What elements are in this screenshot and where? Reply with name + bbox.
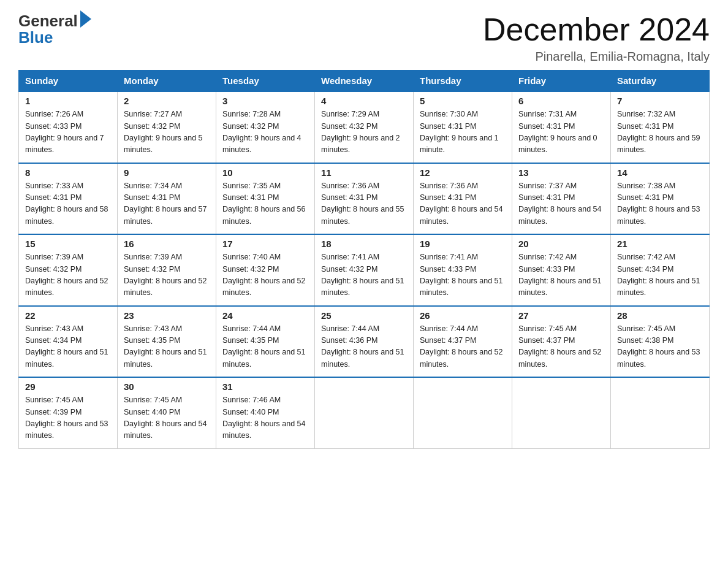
- calendar-day-cell: 2 Sunrise: 7:27 AMSunset: 4:32 PMDayligh…: [118, 91, 216, 163]
- day-number: 16: [124, 239, 210, 249]
- calendar-day-header: Friday: [512, 71, 611, 92]
- day-number: 15: [25, 239, 111, 249]
- calendar-day-cell: 11 Sunrise: 7:36 AMSunset: 4:31 PMDaylig…: [315, 163, 414, 235]
- day-number: 1: [25, 96, 111, 106]
- calendar-day-header: Monday: [118, 71, 216, 92]
- day-info: Sunrise: 7:36 AMSunset: 4:31 PMDaylight:…: [420, 180, 506, 228]
- calendar-day-cell: 28 Sunrise: 7:45 AMSunset: 4:38 PMDaylig…: [611, 306, 710, 378]
- calendar-day-cell: 13 Sunrise: 7:37 AMSunset: 4:31 PMDaylig…: [512, 163, 611, 235]
- calendar-day-cell: 18 Sunrise: 7:41 AMSunset: 4:32 PMDaylig…: [315, 234, 414, 306]
- day-number: 9: [124, 167, 210, 178]
- logo-blue: Blue: [18, 29, 53, 45]
- calendar-day-cell: 9 Sunrise: 7:34 AMSunset: 4:31 PMDayligh…: [118, 163, 216, 235]
- day-number: 18: [321, 239, 407, 249]
- day-number: 30: [124, 381, 210, 392]
- calendar-day-cell: 25 Sunrise: 7:44 AMSunset: 4:36 PMDaylig…: [315, 306, 414, 378]
- day-number: 31: [222, 381, 308, 392]
- day-number: 28: [617, 310, 703, 321]
- day-info: Sunrise: 7:39 AMSunset: 4:32 PMDaylight:…: [124, 251, 210, 299]
- day-number: 14: [617, 167, 703, 178]
- day-info: Sunrise: 7:38 AMSunset: 4:31 PMDaylight:…: [617, 180, 703, 228]
- logo: General Blue: [18, 12, 91, 45]
- calendar-day-cell: 20 Sunrise: 7:42 AMSunset: 4:33 PMDaylig…: [512, 234, 611, 306]
- day-info: Sunrise: 7:34 AMSunset: 4:31 PMDaylight:…: [124, 180, 210, 228]
- month-title: December 2024: [483, 12, 710, 47]
- calendar-day-cell: 27 Sunrise: 7:45 AMSunset: 4:37 PMDaylig…: [512, 306, 611, 378]
- day-number: 6: [518, 96, 604, 106]
- day-number: 7: [617, 96, 703, 106]
- day-info: Sunrise: 7:31 AMSunset: 4:31 PMDaylight:…: [518, 109, 604, 156]
- calendar-day-header: Thursday: [414, 71, 512, 92]
- logo-arrow-icon: [80, 10, 91, 28]
- day-info: Sunrise: 7:26 AMSunset: 4:33 PMDaylight:…: [25, 109, 111, 156]
- day-number: 13: [518, 167, 604, 178]
- calendar-week-row: 29 Sunrise: 7:45 AMSunset: 4:39 PMDaylig…: [19, 377, 710, 448]
- day-number: 23: [124, 310, 210, 321]
- day-info: Sunrise: 7:45 AMSunset: 4:38 PMDaylight:…: [617, 323, 703, 371]
- day-number: 5: [420, 96, 506, 106]
- day-number: 26: [420, 310, 506, 321]
- calendar-week-row: 8 Sunrise: 7:33 AMSunset: 4:31 PMDayligh…: [19, 163, 710, 235]
- title-block: December 2024 Pinarella, Emilia-Romagna,…: [483, 12, 710, 64]
- day-info: Sunrise: 7:42 AMSunset: 4:33 PMDaylight:…: [518, 251, 604, 299]
- day-info: Sunrise: 7:41 AMSunset: 4:32 PMDaylight:…: [321, 251, 407, 299]
- day-info: Sunrise: 7:29 AMSunset: 4:32 PMDaylight:…: [321, 109, 407, 156]
- calendar-week-row: 22 Sunrise: 7:43 AMSunset: 4:34 PMDaylig…: [19, 306, 710, 378]
- calendar-day-cell: 24 Sunrise: 7:44 AMSunset: 4:35 PMDaylig…: [216, 306, 315, 378]
- day-number: 11: [321, 167, 407, 178]
- day-info: Sunrise: 7:37 AMSunset: 4:31 PMDaylight:…: [518, 180, 604, 228]
- calendar-table: SundayMondayTuesdayWednesdayThursdayFrid…: [18, 70, 710, 449]
- day-number: 12: [420, 167, 506, 178]
- day-info: Sunrise: 7:27 AMSunset: 4:32 PMDaylight:…: [124, 109, 210, 156]
- day-number: 29: [25, 381, 111, 392]
- calendar-day-cell: 4 Sunrise: 7:29 AMSunset: 4:32 PMDayligh…: [315, 91, 414, 163]
- day-info: Sunrise: 7:39 AMSunset: 4:32 PMDaylight:…: [25, 251, 111, 299]
- calendar-day-cell: 30 Sunrise: 7:45 AMSunset: 4:40 PMDaylig…: [118, 377, 216, 448]
- day-info: Sunrise: 7:28 AMSunset: 4:32 PMDaylight:…: [222, 109, 308, 156]
- location-subtitle: Pinarella, Emilia-Romagna, Italy: [483, 50, 710, 64]
- day-info: Sunrise: 7:44 AMSunset: 4:37 PMDaylight:…: [420, 323, 506, 371]
- day-info: Sunrise: 7:45 AMSunset: 4:40 PMDaylight:…: [124, 394, 210, 442]
- day-info: Sunrise: 7:35 AMSunset: 4:31 PMDaylight:…: [222, 180, 308, 228]
- day-info: Sunrise: 7:36 AMSunset: 4:31 PMDaylight:…: [321, 180, 407, 228]
- calendar-day-cell: 17 Sunrise: 7:40 AMSunset: 4:32 PMDaylig…: [216, 234, 315, 306]
- calendar-day-cell: [512, 377, 611, 448]
- logo-general: General: [18, 13, 78, 29]
- calendar-day-cell: 3 Sunrise: 7:28 AMSunset: 4:32 PMDayligh…: [216, 91, 315, 163]
- day-info: Sunrise: 7:43 AMSunset: 4:34 PMDaylight:…: [25, 323, 111, 371]
- day-number: 27: [518, 310, 604, 321]
- day-info: Sunrise: 7:42 AMSunset: 4:34 PMDaylight:…: [617, 251, 703, 299]
- calendar-day-cell: [611, 377, 710, 448]
- calendar-day-cell: 23 Sunrise: 7:43 AMSunset: 4:35 PMDaylig…: [118, 306, 216, 378]
- day-number: 20: [518, 239, 604, 249]
- day-info: Sunrise: 7:44 AMSunset: 4:36 PMDaylight:…: [321, 323, 407, 371]
- calendar-day-cell: 29 Sunrise: 7:45 AMSunset: 4:39 PMDaylig…: [19, 377, 118, 448]
- day-info: Sunrise: 7:43 AMSunset: 4:35 PMDaylight:…: [124, 323, 210, 371]
- calendar-day-header: Wednesday: [315, 71, 414, 92]
- calendar-day-header: Tuesday: [216, 71, 315, 92]
- page-header: General Blue December 2024 Pinarella, Em…: [18, 12, 710, 64]
- calendar-day-cell: 14 Sunrise: 7:38 AMSunset: 4:31 PMDaylig…: [611, 163, 710, 235]
- day-info: Sunrise: 7:30 AMSunset: 4:31 PMDaylight:…: [420, 109, 506, 156]
- day-number: 10: [222, 167, 308, 178]
- day-number: 17: [222, 239, 308, 249]
- day-number: 22: [25, 310, 111, 321]
- day-info: Sunrise: 7:46 AMSunset: 4:40 PMDaylight:…: [222, 394, 308, 442]
- calendar-day-cell: 12 Sunrise: 7:36 AMSunset: 4:31 PMDaylig…: [414, 163, 512, 235]
- calendar-day-header: Sunday: [19, 71, 118, 92]
- calendar-day-cell: 16 Sunrise: 7:39 AMSunset: 4:32 PMDaylig…: [118, 234, 216, 306]
- calendar-day-cell: 5 Sunrise: 7:30 AMSunset: 4:31 PMDayligh…: [414, 91, 512, 163]
- day-info: Sunrise: 7:40 AMSunset: 4:32 PMDaylight:…: [222, 251, 308, 299]
- calendar-day-cell: 6 Sunrise: 7:31 AMSunset: 4:31 PMDayligh…: [512, 91, 611, 163]
- day-info: Sunrise: 7:32 AMSunset: 4:31 PMDaylight:…: [617, 109, 703, 156]
- day-info: Sunrise: 7:44 AMSunset: 4:35 PMDaylight:…: [222, 323, 308, 371]
- calendar-header-row: SundayMondayTuesdayWednesdayThursdayFrid…: [19, 71, 710, 92]
- day-info: Sunrise: 7:41 AMSunset: 4:33 PMDaylight:…: [420, 251, 506, 299]
- calendar-day-cell: 21 Sunrise: 7:42 AMSunset: 4:34 PMDaylig…: [611, 234, 710, 306]
- calendar-day-cell: [414, 377, 512, 448]
- day-info: Sunrise: 7:45 AMSunset: 4:37 PMDaylight:…: [518, 323, 604, 371]
- calendar-day-cell: 1 Sunrise: 7:26 AMSunset: 4:33 PMDayligh…: [19, 91, 118, 163]
- day-number: 19: [420, 239, 506, 249]
- day-number: 25: [321, 310, 407, 321]
- day-number: 8: [25, 167, 111, 178]
